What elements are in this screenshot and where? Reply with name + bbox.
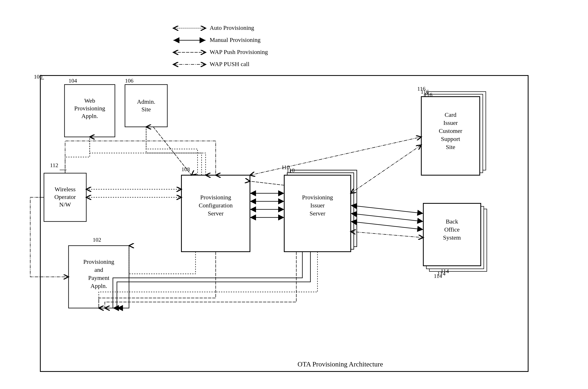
prov-config-text-3: Server xyxy=(208,210,223,217)
card-text-3: Customer xyxy=(439,128,462,134)
web-prov-text-2: Provisioning xyxy=(74,105,105,112)
ref-114-c: 114 xyxy=(441,268,449,274)
back-office-text-3: System xyxy=(443,234,461,241)
ref-104: 104 xyxy=(69,77,77,84)
wireless-text-1: Wireless xyxy=(55,186,75,193)
ref-110-b: 110 xyxy=(287,167,295,173)
ota-arch-label: OTA Provisioning Architecture xyxy=(297,360,383,368)
legend-manual-text: Manual Provisioning xyxy=(210,36,261,43)
prov-payment-text-2: and xyxy=(94,266,103,273)
admin-text-1: Admin. xyxy=(137,98,155,105)
legend-wap-push-call-text: WAP PUSH call xyxy=(210,61,249,67)
admin-site-box xyxy=(125,85,167,127)
wireless-text-3: N/W xyxy=(59,201,71,208)
admin-text-2: Site xyxy=(142,106,151,113)
ref-112: 112 xyxy=(50,162,58,168)
prov-payment-text-1: Provisioning xyxy=(83,258,114,265)
card-text-4: Support xyxy=(441,135,460,142)
card-text-5: Site xyxy=(446,144,455,150)
back-office-text-1: Back xyxy=(446,218,458,225)
prov-payment-text-3: Payment xyxy=(88,274,110,281)
back-office-text-2: Office xyxy=(444,226,460,233)
legend-auto-text: Auto Provisioning xyxy=(210,24,254,31)
prov-payment-text-4: Appln. xyxy=(90,283,107,289)
web-prov-text-1: Web xyxy=(84,97,95,104)
prov-config-text-1: Provisioning xyxy=(200,194,231,200)
card-text-2: Issuer xyxy=(443,119,458,126)
wireless-text-2: Operator xyxy=(54,194,76,200)
web-prov-text-3: Appln. xyxy=(81,113,98,119)
ref-102: 102 xyxy=(93,237,101,243)
prov-issuer-text-1: Provisioning xyxy=(302,194,333,200)
legend-wap-push-prov-text: WAP Push Provisioning xyxy=(210,49,268,55)
prov-issuer-text-3: Server xyxy=(310,210,325,217)
prov-config-text-2: Configuration xyxy=(199,202,233,209)
prov-issuer-text-2: Issuer xyxy=(310,202,325,209)
full-diagram-svg: Auto Provisioning Manual Provisioning WA… xyxy=(0,0,588,389)
ref-106: 106 xyxy=(125,77,133,84)
card-text-1: Card xyxy=(445,111,456,118)
ref-100: 100 xyxy=(34,73,42,80)
